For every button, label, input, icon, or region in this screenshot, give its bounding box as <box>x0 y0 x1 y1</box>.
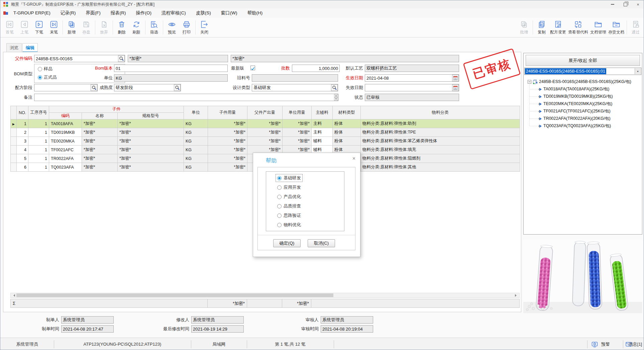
spinner-up-icon[interactable] <box>334 94 338 97</box>
table-row[interactable]: ▶ 1 1 TA0018AFA *加密* *加密* KG *加密* *加密* *… <box>11 119 520 128</box>
spinner-down-icon[interactable] <box>334 97 338 101</box>
dialog-cancel-button[interactable]: 取消(C) <box>308 239 335 247</box>
batch-input[interactable] <box>292 65 340 72</box>
design-type-input[interactable] <box>252 84 338 91</box>
effective-date-calendar-button[interactable]: 31 <box>452 75 459 81</box>
formula-change-button[interactable]: 配方变更 <box>549 20 567 35</box>
table-row[interactable]: 3 1 TE0020MKA *加密* *加密* KG *加密* *加密* *加密… <box>11 137 520 146</box>
parent-code-input[interactable] <box>34 55 125 62</box>
table-horizontal-scrollbar[interactable] <box>10 293 520 298</box>
bom-type-option-sample[interactable]: 样品 <box>38 66 52 72</box>
status-message[interactable]: 消息[1] <box>626 338 644 350</box>
prev-record-button[interactable]: 上笔 <box>17 20 32 35</box>
tree-item[interactable]: TQ0023AFA(TQ0023AFA)(25KG/包) <box>538 123 611 129</box>
remark-spinner[interactable] <box>334 94 338 101</box>
maturity-lookup-button[interactable] <box>174 84 181 91</box>
design-type-lookup-button[interactable] <box>331 84 338 91</box>
bom-version-input[interactable] <box>114 65 228 72</box>
window-restore-button[interactable] <box>619 0 632 8</box>
inventory-document-button[interactable]: 存货文档 <box>607 20 625 35</box>
latest-version-checkbox[interactable] <box>250 66 255 70</box>
first-record-button[interactable]: 首笔 <box>2 20 17 35</box>
scrollbar-thumb[interactable] <box>16 293 333 297</box>
col-parent-output[interactable]: 父件产出量 <box>247 106 283 119</box>
expire-date-calendar-button[interactable]: 31 <box>452 84 459 91</box>
tab-edit[interactable]: 编辑 <box>22 43 38 52</box>
tree-item[interactable]: TD0019MKB(TD0019MKB)(25KG/包) <box>538 94 613 99</box>
dialog-option-app-dev[interactable]: 应用开发 <box>276 184 302 191</box>
tree-item[interactable]: TF0021AFC(TF0021AFC)(25KG/包) <box>538 108 611 114</box>
menu-window[interactable]: 窗口(W) <box>216 8 242 18</box>
col-role[interactable]: 主辅料 <box>312 106 333 119</box>
menu-workflow-audit[interactable]: 流程审核(C) <box>156 8 191 18</box>
bom-root-icon <box>533 79 538 84</box>
close-form-button[interactable]: 关闭 <box>197 20 212 35</box>
table-row[interactable]: 2 1 TD0019MKB *加密* *加密* KG *加密* *加密* *加密… <box>11 128 520 137</box>
col-spec[interactable]: 规格型号 <box>118 113 184 119</box>
dialog-option-material-opt[interactable]: 物料优化 <box>276 221 302 229</box>
col-name[interactable]: 名称 <box>82 113 118 119</box>
window-minimize-button[interactable] <box>606 0 619 8</box>
chevron-down-icon[interactable]: ▼ <box>635 68 641 74</box>
make-time-label: 制单时间 <box>35 326 59 332</box>
col-child-qty[interactable]: 子件用量 <box>208 106 247 119</box>
menu-operation[interactable]: 操作(O) <box>131 8 157 18</box>
menu-skin[interactable]: 皮肤(S) <box>191 8 216 18</box>
copy-button[interactable]: 复制 <box>534 20 549 35</box>
col-seq[interactable]: 工序序号 <box>28 106 49 119</box>
window-close-button[interactable]: × <box>632 0 644 8</box>
add-button[interactable]: 新增 <box>64 20 79 35</box>
remark-input[interactable] <box>34 94 338 101</box>
batch-add-button[interactable]: 批增 <box>517 20 531 35</box>
tree-root-item[interactable]: 2485B-ESS-0016S(2485B-ESS-0016S)(25KG/包) <box>528 79 631 85</box>
col-no[interactable]: NO. <box>17 106 28 119</box>
dialog-option-quality-check[interactable]: 品质排查 <box>276 202 302 210</box>
menu-interface[interactable]: 界面(F) <box>81 8 106 18</box>
radio-icon <box>38 67 42 71</box>
tab-browse[interactable]: 浏览 <box>6 43 22 52</box>
col-cls[interactable]: 物料分类 <box>361 106 520 119</box>
scroll-right-arrow-icon[interactable] <box>514 293 519 297</box>
status-alert[interactable]: 预警 <box>599 338 612 350</box>
effective-date-input[interactable] <box>365 74 459 82</box>
tree-item[interactable]: TR0022AFA(TR0022AFA)(20KG/包) <box>538 116 611 121</box>
dialog-option-basic-rd[interactable]: 基础研发 <box>276 174 302 182</box>
col-type[interactable]: 材料类型 <box>333 106 361 119</box>
filter-button[interactable]: 筛选 <box>147 20 162 35</box>
alert-monitor-icon[interactable] <box>592 341 598 348</box>
last-record-button[interactable]: 末笔 <box>46 20 61 35</box>
print-button[interactable]: 打印 <box>179 20 194 35</box>
menu-help[interactable]: 帮助(H) <box>242 8 268 18</box>
col-code[interactable]: 编码 <box>49 113 82 119</box>
next-record-button[interactable]: 下笔 <box>32 20 46 35</box>
parent-code-lookup-button[interactable] <box>118 55 125 62</box>
dialog-option-product-opt[interactable]: 产品优化 <box>276 193 302 200</box>
delete-button[interactable]: 删除 <box>114 20 129 35</box>
menu-report[interactable]: 报表(R) <box>106 8 131 18</box>
refresh-button[interactable]: 刷新 <box>129 20 144 35</box>
expand-collapse-all-button[interactable]: 展开/收起 全部 <box>526 55 640 66</box>
scroll-left-arrow-icon[interactable] <box>11 293 16 297</box>
expire-date-input[interactable] <box>365 84 459 91</box>
dialog-close-icon[interactable]: × <box>352 156 355 162</box>
approve-pass-button[interactable]: 通过 <box>628 20 643 35</box>
bom-type-option-formal[interactable]: 正式品 <box>38 74 57 80</box>
menu-record[interactable]: 记录(R) <box>56 8 81 18</box>
document-manage-button[interactable]: 文档管理 <box>589 20 607 35</box>
bom-version-combobox[interactable]: 2485B-ESS-0016S(2485B-ESS-0016S):01 ▼ <box>524 68 641 75</box>
tree-collapse-icon[interactable] <box>528 80 531 84</box>
tree-item[interactable]: TE0020MKA(TE0020MKA)(25KG/包) <box>538 101 612 107</box>
dialog-option-idea-verify[interactable]: 思路验证 <box>276 212 302 219</box>
discard-button[interactable]: 放弃 <box>97 20 111 35</box>
view-substitute-button[interactable]: 查看替代料 <box>567 20 589 35</box>
preview-button[interactable]: 预览 <box>165 20 179 35</box>
menu-tgroup-erp[interactable]: T-GROUP ERP(E) <box>8 8 56 18</box>
auditor-label: 审核人 <box>299 317 319 323</box>
tree-item[interactable]: TA0018AFA(TA0018AFA)(25KG/包) <box>538 86 610 92</box>
col-unit-usage[interactable]: 单位用量 <box>283 106 312 119</box>
dialog-ok-button[interactable]: 确定(Q) <box>273 239 301 247</box>
close-icon: × <box>637 2 639 7</box>
maturity-input[interactable] <box>114 84 181 91</box>
save-button[interactable]: 存盘 <box>79 20 94 35</box>
col-unit[interactable]: 单位 <box>184 106 208 119</box>
